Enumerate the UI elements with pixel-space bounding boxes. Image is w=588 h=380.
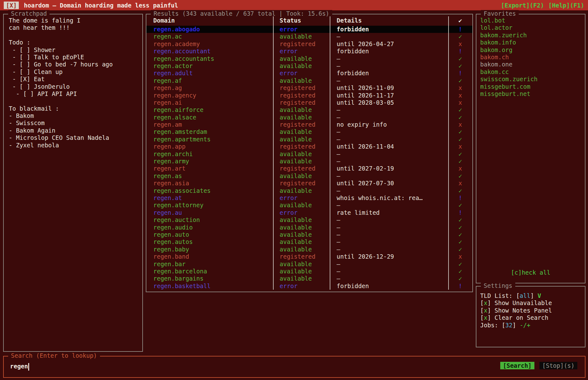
favorite-item[interactable]: lol.bot [480, 17, 582, 24]
check-mark-icon: ! [448, 209, 472, 216]
result-row[interactable]: regen.babyavailable–✓ [146, 246, 472, 253]
check-mark-icon: ✓ [448, 275, 472, 282]
status-cell: available [273, 224, 330, 231]
result-row[interactable]: regen.asavailable–✓ [146, 172, 472, 180]
check-mark-icon: ✓ [448, 187, 472, 194]
status-cell: available [273, 268, 330, 275]
status-cell: available [273, 33, 330, 40]
result-row[interactable]: regen.agencyregistereduntil 2026-11-17x [146, 92, 472, 99]
result-row[interactable]: regen.amregisteredno expiry infox [146, 121, 472, 128]
result-row[interactable]: regen.academyregistereduntil 2026-04-27x [146, 40, 472, 48]
bracket: [ [480, 299, 484, 306]
bracket: [ [480, 307, 484, 314]
favorite-item[interactable]: bakom.ch [480, 54, 582, 61]
jobs-stepper[interactable]: -/+ [520, 322, 530, 329]
result-row[interactable]: regen.auctionavailable–✓ [146, 216, 472, 224]
search-input-text: regen [10, 363, 28, 370]
scratchpad-panel[interactable]: Scratchpad The dome is faling Ican hear … [3, 14, 143, 352]
domain-cell: regen.ac [146, 33, 273, 40]
result-row[interactable]: regen.airforceavailable–✓ [146, 106, 472, 113]
favorite-item[interactable]: bakom.cc [480, 68, 582, 76]
details-cell: – [330, 158, 448, 165]
checkbox-setting[interactable]: [x] Clear on Search [480, 314, 582, 321]
search-button[interactable]: [Search] [500, 362, 535, 369]
favorite-item[interactable]: bakom.zuerich [480, 32, 582, 39]
jobs-setting[interactable]: Jobs: [32] -/+ [480, 322, 582, 329]
result-row[interactable]: regen.autoavailable–✓ [146, 231, 472, 238]
result-row[interactable]: regen.archiavailable–✓ [146, 150, 472, 158]
result-row[interactable]: regen.apartmentsavailable–✓ [146, 136, 472, 143]
result-row[interactable]: regen.armyavailable–✓ [146, 158, 472, 165]
domain-cell: regen.ag [146, 84, 273, 92]
result-row-selected[interactable]: regen.abogadoerrorforbidden! [146, 26, 472, 33]
help-button[interactable]: [Help](F1) [549, 2, 584, 9]
check-mark-icon: ✓ [448, 150, 472, 158]
checkbox-setting[interactable]: [x] Show Unavailable [480, 299, 582, 307]
result-row[interactable]: regen.adulterrorforbidden! [146, 70, 472, 77]
checkbox-mark: x [484, 314, 487, 321]
search-input[interactable]: regen [10, 363, 29, 371]
check-mark-icon: ✓ [448, 128, 472, 135]
result-row[interactable]: regen.accountanterrorforbidden! [146, 48, 472, 55]
status-cell: registered [273, 99, 330, 106]
text-cursor [28, 363, 29, 371]
details-cell: until 2026-12-29 [330, 253, 448, 260]
jobs-label: Jobs: [480, 322, 502, 329]
result-row[interactable]: regen.asiaregistereduntil 2027-07-30x [146, 180, 472, 187]
scratchpad-line: To blackmail : [9, 105, 140, 112]
status-cell: error [273, 282, 330, 290]
details-cell: forbidden [330, 26, 448, 33]
favorite-item[interactable]: bakom.info [480, 39, 582, 46]
details-cell: – [330, 33, 448, 40]
tld-list-setting[interactable]: TLD List: [all] V [480, 292, 582, 299]
result-row[interactable]: regen.acavailable–✓ [146, 33, 472, 40]
result-row[interactable]: regen.baravailable–✓ [146, 261, 472, 268]
status-cell: error [273, 48, 330, 55]
details-cell: – [330, 55, 448, 62]
checkbox-setting[interactable]: [x] Show Notes Panel [480, 307, 582, 314]
result-row[interactable]: regen.actoravailable–✓ [146, 62, 472, 70]
favorite-item[interactable]: bakom.org [480, 46, 582, 54]
check-mark-icon: x [448, 99, 472, 106]
result-row[interactable]: regen.amsterdamavailable–✓ [146, 128, 472, 135]
domain-cell: regen.army [146, 158, 273, 165]
favorite-item[interactable]: swisscom.zuerich [480, 76, 582, 83]
result-row[interactable]: regen.accountantsavailable–✓ [146, 55, 472, 62]
favorites-panel: Favorites lol.botlol.actorbakom.zuerichb… [476, 14, 585, 283]
scratchpad-line: - Bakom [9, 112, 140, 119]
result-row[interactable]: regen.aterrorwhois whois.nic.at: rea…! [146, 194, 472, 202]
tld-dropdown-icon[interactable]: V [538, 292, 541, 299]
scratchpad-content[interactable]: The dome is faling Ican hear them !!!Tod… [9, 17, 140, 149]
domain-cell: regen.archi [146, 150, 273, 158]
result-row[interactable]: regen.agregistereduntil 2026-11-09x [146, 84, 472, 92]
result-row[interactable]: regen.auerrorrate limited! [146, 209, 472, 216]
result-row[interactable]: regen.bandregistereduntil 2026-12-29x [146, 253, 472, 260]
favorite-item[interactable]: missgeburt.net [480, 90, 582, 98]
result-row[interactable]: regen.autosavailable–✓ [146, 238, 472, 245]
stop-button[interactable]: [Stop](s) [539, 362, 577, 369]
result-row[interactable]: regen.basketballerrorforbidden! [146, 282, 472, 290]
favorite-item[interactable]: lol.actor [480, 24, 582, 31]
result-row[interactable]: regen.afavailable–✓ [146, 77, 472, 84]
details-cell: – [330, 261, 448, 268]
details-cell: – [330, 187, 448, 194]
close-button[interactable]: [X] [4, 2, 19, 9]
result-row[interactable]: regen.bargainsavailable–✓ [146, 275, 472, 282]
result-row[interactable]: regen.appregistereduntil 2026-11-04x [146, 143, 472, 150]
favorite-item[interactable]: bakom.one [480, 61, 582, 68]
result-row[interactable]: regen.alsaceavailable–✓ [146, 114, 472, 121]
favorite-item[interactable]: missgeburt.com [480, 83, 582, 90]
details-cell: – [330, 114, 448, 121]
result-row[interactable]: regen.audioavailable–✓ [146, 224, 472, 231]
result-row[interactable]: regen.associatesavailable–✓ [146, 187, 472, 194]
result-row[interactable]: regen.attorneyavailable–✓ [146, 202, 472, 209]
result-row[interactable]: regen.artregistereduntil 2027-02-19x [146, 165, 472, 172]
result-row[interactable]: regen.airegistereduntil 2028-03-05x [146, 99, 472, 106]
status-cell: registered [273, 121, 330, 128]
result-row[interactable]: regen.barcelonaavailable–✓ [146, 268, 472, 275]
scratchpad-line: - Swisscom [9, 119, 140, 127]
results-panel: Results (343 available / 637 total | Too… [146, 14, 473, 292]
check-all-button[interactable]: [c]heck all [476, 269, 585, 276]
tld-list-value[interactable]: all [520, 292, 530, 299]
export-button[interactable]: [Export](F2) [501, 2, 544, 9]
